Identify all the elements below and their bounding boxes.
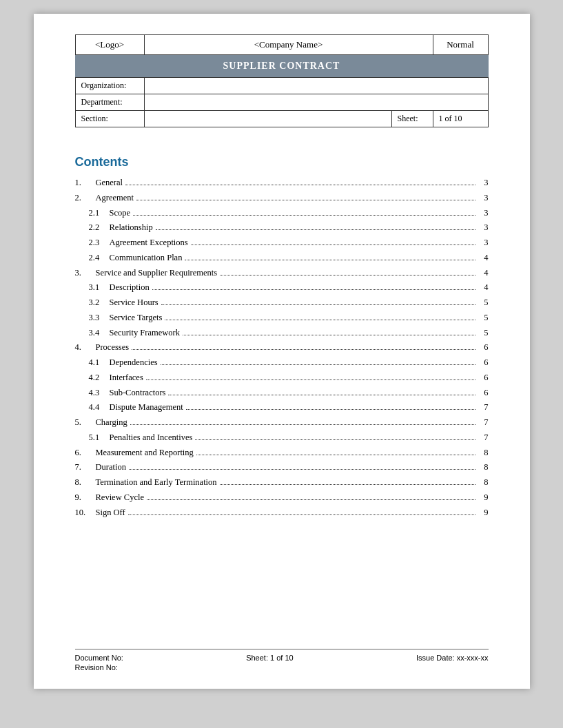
logo-cell: <Logo>	[75, 35, 144, 55]
toc-number: 4.	[75, 341, 96, 354]
toc-dots	[195, 431, 475, 440]
toc-label: Security Framework	[110, 326, 180, 340]
toc-item: 2.4Communication Plan4	[75, 251, 489, 264]
toc-item: 3.4Security Framework5	[75, 326, 489, 340]
toc-page: 4	[478, 281, 489, 294]
toc-dots	[220, 477, 475, 486]
toc-dots	[128, 506, 475, 515]
sheet-value: 1 of 10	[433, 111, 488, 127]
toc-page: 6	[478, 356, 489, 369]
doc-no-label: Document No:	[75, 654, 123, 662]
toc-number: 3.3	[75, 311, 110, 324]
toc-item: 2.1Scope3	[75, 207, 489, 220]
toc-label: Sub-Contractors	[110, 386, 166, 399]
toc-item: 4.3Sub-Contractors6	[75, 386, 489, 399]
toc-number: 3.2	[75, 296, 110, 309]
toc-label: Agreement Exceptions	[110, 236, 188, 249]
toc-item: 4.2Interfaces6	[75, 371, 489, 384]
toc-label: Measurement and Reporting	[96, 446, 194, 459]
toc-label: Service Hours	[110, 296, 158, 309]
company-cell: <Company Name>	[144, 35, 433, 55]
toc-item: 4.Processes6	[75, 341, 489, 354]
toc-page: 3	[478, 221, 489, 234]
toc-number: 8.	[75, 476, 96, 489]
toc-item: 4.4Dispute Management7	[75, 401, 489, 414]
section-label: Section:	[75, 111, 144, 127]
toc-dots	[133, 207, 475, 216]
toc-page: 4	[478, 251, 489, 264]
toc-number: 2.4	[75, 251, 110, 264]
toc-label: Description	[110, 281, 150, 294]
section-value	[144, 111, 391, 127]
sheet-label: Sheet:	[391, 111, 433, 127]
toc-number: 2.2	[75, 221, 110, 234]
toc-page: 6	[478, 341, 489, 354]
toc-dots	[130, 417, 475, 426]
toc-number: 4.3	[75, 386, 110, 399]
toc-dots	[146, 371, 475, 380]
logo-text: <Logo>	[95, 39, 124, 50]
toc-item: 3.Service and Supplier Requirements4	[75, 267, 489, 280]
toc-page: 3	[478, 207, 489, 220]
toc-number: 4.1	[75, 356, 110, 369]
org-label: Organization:	[75, 78, 144, 94]
toc-page: 6	[478, 371, 489, 384]
contents-heading: Contents	[75, 155, 489, 169]
toc-page: 4	[478, 267, 489, 280]
org-value	[144, 78, 488, 94]
footer: Document No: Revision No: Sheet: 1 of 10…	[75, 649, 489, 672]
toc-item: 6.Measurement and Reporting8	[75, 446, 489, 459]
toc-item: 5.1Penalties and Incentives7	[75, 431, 489, 444]
toc-dots	[152, 282, 475, 291]
footer-sheet: Sheet: 1 of 10	[246, 654, 294, 662]
toc-item: 5.Charging7	[75, 416, 489, 429]
toc-number: 9.	[75, 491, 96, 504]
toc-page: 9	[478, 491, 489, 504]
toc-number: 5.	[75, 416, 96, 429]
toc-label: Service Targets	[110, 311, 163, 324]
toc-dots	[191, 237, 475, 246]
toc-page: 3	[478, 236, 489, 249]
toc-label: Sign Off	[96, 506, 125, 519]
toc-number: 4.4	[75, 401, 110, 414]
toc-page: 8	[478, 461, 489, 474]
document-title: SUPPLIER CONTRACT	[223, 61, 340, 71]
info-table: Organization: Department: Section: Sheet…	[75, 77, 489, 127]
toc-dots	[136, 191, 475, 200]
toc: 1.General32.Agreement32.1Scope32.2Relati…	[75, 176, 489, 519]
title-bar: SUPPLIER CONTRACT	[75, 55, 489, 77]
toc-label: Relationship	[110, 221, 153, 234]
toc-item: 7.Duration8	[75, 461, 489, 474]
normal-cell: Normal	[433, 35, 488, 55]
toc-dots	[132, 342, 475, 351]
toc-dots	[220, 267, 475, 275]
toc-item: 9.Review Cycle9	[75, 491, 489, 504]
toc-dots	[185, 251, 475, 260]
toc-number: 3.4	[75, 326, 110, 340]
toc-page: 3	[478, 191, 489, 205]
toc-page: 5	[478, 311, 489, 324]
toc-dots	[161, 297, 475, 306]
contents-section: Contents 1.General32.Agreement32.1Scope3…	[75, 155, 489, 519]
toc-label: Processes	[96, 341, 130, 354]
toc-page: 6	[478, 386, 489, 399]
toc-item: 2.Agreement3	[75, 191, 489, 205]
toc-number: 3.	[75, 267, 96, 280]
toc-number: 6.	[75, 446, 96, 459]
toc-page: 5	[478, 296, 489, 309]
toc-item: 3.2Service Hours5	[75, 296, 489, 309]
toc-label: General	[96, 176, 123, 189]
toc-dots	[183, 326, 475, 335]
toc-number: 10.	[75, 506, 96, 519]
toc-item: 3.3Service Targets5	[75, 311, 489, 324]
toc-item: 2.2Relationship3	[75, 221, 489, 234]
toc-label: Dispute Management	[110, 401, 183, 414]
toc-number: 4.2	[75, 371, 110, 384]
header-table: <Logo> <Company Name> Normal	[75, 34, 489, 55]
toc-page: 5	[478, 326, 489, 340]
toc-dots	[161, 357, 475, 366]
toc-dots	[125, 177, 475, 186]
toc-page: 9	[478, 506, 489, 519]
toc-label: Duration	[96, 461, 126, 474]
toc-item: 8.Termination and Early Termination8	[75, 476, 489, 489]
